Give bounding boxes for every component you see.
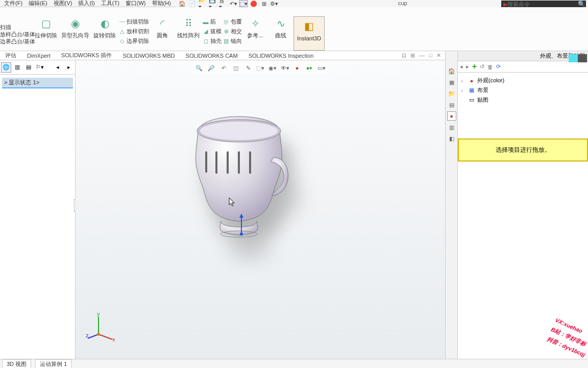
fillet-group[interactable]: ◜ 圆角 — [150, 16, 175, 51]
settings-icon[interactable]: ⚙▾ — [270, 0, 278, 7]
print-icon[interactable]: 🖨▾ — [219, 0, 227, 7]
appearance-tree-color[interactable]: ›●外观(color) — [461, 76, 585, 85]
tp-history-icon[interactable]: ↺ — [480, 63, 484, 70]
menu-file[interactable]: 文件(F) — [1, 0, 26, 8]
ref-geometry-group[interactable]: ✧ 参考... — [242, 16, 268, 51]
feature-tree[interactable]: > 显示状态 1> — [0, 75, 75, 91]
tp-design-library-icon[interactable]: ▦ — [447, 78, 456, 87]
tab-dimxpert[interactable]: DimXpert — [22, 52, 56, 60]
home-icon[interactable]: 🏠 — [178, 0, 186, 7]
viewport-minimize-icon[interactable]: — — [419, 52, 425, 59]
tp-file-explorer-icon[interactable]: 📁 — [447, 89, 456, 98]
ref-geometry-icon: ✧ — [247, 16, 263, 31]
mirror-button[interactable]: ▥镜向 — [222, 37, 242, 45]
view-orientation-icon[interactable]: ⬚▾ — [256, 63, 265, 73]
intersect-button[interactable]: ⊗相交 — [222, 27, 242, 36]
tab-inspection[interactable]: SOLIDWORKS Inspection — [243, 52, 320, 60]
menu-help[interactable]: 帮助(H) — [149, 0, 174, 8]
dynamic-annotation-icon[interactable]: ✎ — [243, 63, 253, 73]
search-input[interactable] — [507, 1, 578, 7]
tab-evaluate[interactable]: 评估 — [0, 51, 22, 60]
rib-icon: ▬ — [202, 18, 209, 26]
zoom-fit-icon[interactable]: 🔍 — [194, 63, 204, 73]
select-icon[interactable]: ⬚▾ — [239, 0, 248, 7]
tab-mbd[interactable]: SOLIDWORKS MBD — [117, 52, 180, 60]
tp-refresh-icon[interactable]: ⟳ — [496, 63, 501, 70]
viewport-maximize-icon[interactable]: □ — [429, 52, 432, 59]
appearance-tree[interactable]: ›●外观(color) ›▦布景 ▭贴图 — [458, 73, 588, 108]
rib-button[interactable]: ▬筋 — [202, 17, 222, 26]
open-icon[interactable]: 📂▾ — [199, 0, 207, 7]
apply-scene-icon[interactable]: ●▾ — [305, 63, 314, 73]
linear-pattern-group[interactable]: ⠿ 线性阵列 — [175, 16, 202, 51]
instant3d-button[interactable]: ◧ Instant3D — [293, 16, 325, 51]
menu-view[interactable]: 视图(V) — [51, 0, 76, 8]
boundary-cut-button[interactable]: ◇边界切除 — [118, 37, 150, 45]
prev-view-icon[interactable]: ↶ — [219, 63, 228, 73]
graphics-viewport[interactable]: 🔍 🔎 ↶ ◫ ✎ ⬚▾ ◉▾ 👁▾ ● ●▾ ▭▾ — [76, 60, 445, 359]
menu-insert[interactable]: 插入(I) — [75, 0, 97, 8]
tp-custom-props-icon[interactable]: ▥ — [447, 123, 456, 132]
viewport-window-controls: ⊡ ⊞ — □ ✕ — [402, 52, 445, 59]
edit-appearance-icon[interactable]: ● — [292, 63, 302, 73]
draft-button[interactable]: ◢拔模 — [202, 27, 222, 36]
property-manager-tab-icon[interactable]: ▥ — [12, 62, 22, 73]
tp-back-icon[interactable]: ◂ — [460, 63, 463, 70]
undo-icon[interactable]: ↶▾ — [229, 0, 237, 7]
tp-appearances-icon[interactable]: ● — [447, 111, 456, 121]
config-manager-tab-icon[interactable]: ▤ — [23, 62, 34, 73]
curves-group[interactable]: ∿ 曲线 — [268, 16, 293, 51]
viewport-close-icon[interactable]: ✕ — [436, 52, 441, 59]
menu-window[interactable]: 窗口(W) — [122, 0, 149, 8]
tp-view-palette-icon[interactable]: ▤ — [447, 100, 456, 109]
dimxpert-manager-tab-icon[interactable]: ⚐▾ — [35, 62, 45, 73]
tp-forward-icon[interactable]: ▸ — [466, 63, 469, 70]
task-pane: 🏠 ▦ 📁 ▤ ● ▥ ◧ 外观、布景和贴图 ◂ ▸ ✚ ↺ 🗑 ⟳ ›●外观(… — [445, 51, 588, 359]
revolve-cut-group[interactable]: ◐ 旋转切除 — [91, 16, 118, 51]
shell-button[interactable]: ◻抽壳 — [202, 37, 222, 45]
feature-tree-tab-icon[interactable]: 🌐 — [1, 62, 11, 73]
bottom-tab-3dview[interactable]: 3D 视图 — [2, 359, 31, 369]
zoom-area-icon[interactable]: 🔎 — [207, 63, 216, 73]
appearance-tree-scene[interactable]: ›▦布景 — [461, 85, 585, 95]
mouse-cursor-icon — [229, 197, 236, 206]
viewport-split-icon[interactable]: ⊞ — [410, 52, 415, 59]
view-settings-icon[interactable]: ▭▾ — [317, 63, 326, 73]
wrap-button[interactable]: ◎包覆 — [222, 17, 242, 26]
tab-cam[interactable]: SOLIDWORKS CAM — [181, 52, 243, 60]
menu-tools[interactable]: 工具(T) — [98, 0, 122, 8]
hole-wizard-group[interactable]: ◉ 异型孔向导 — [59, 16, 91, 51]
color-ball-icon: ● — [468, 77, 475, 84]
display-state-node[interactable]: > 显示状态 1> — [2, 78, 73, 88]
appearance-tree-decal[interactable]: ▭贴图 — [461, 95, 585, 105]
tree-nav-left-icon[interactable]: ◂ — [53, 62, 63, 73]
task-pane-tabs: 🏠 ▦ 📁 ▤ ● ▥ ◧ — [446, 51, 458, 359]
display-style-icon[interactable]: ◉▾ — [268, 63, 277, 73]
command-search[interactable]: ▶ 🔍 — [501, 1, 586, 8]
tab-plugins[interactable]: SOLIDWORKS 插件 — [56, 51, 118, 60]
tp-plus-icon[interactable]: ✚ — [472, 63, 477, 70]
bottom-tab-motion[interactable]: 运动算例 1 — [35, 359, 71, 369]
section-view-icon[interactable]: ◫ — [231, 63, 240, 73]
tp-resources-icon[interactable]: 🏠 — [447, 66, 456, 76]
hide-show-items-icon[interactable]: 👁▾ — [280, 63, 289, 73]
menu-edit[interactable]: 编辑(E) — [26, 0, 51, 8]
search-icon[interactable]: 🔍 — [578, 1, 585, 8]
tree-nav-right-icon[interactable]: ▸ — [64, 62, 74, 73]
curves-icon: ∿ — [273, 16, 289, 31]
instant3d-icon: ◧ — [301, 19, 317, 33]
extrude-cut-group[interactable]: ▢ 拉伸切除 — [33, 16, 59, 51]
loft-cut-button[interactable]: △放样切割 — [118, 27, 150, 36]
viewport-popup-icon[interactable]: ⊡ — [402, 52, 406, 59]
svg-text:x: x — [112, 336, 115, 342]
ribbon-left-labels: 扫描 放样凸台/基体 边界凸台/基体 — [0, 24, 31, 45]
save-icon[interactable]: 💾▾ — [209, 0, 217, 7]
tp-forum-icon[interactable]: ◧ — [447, 134, 456, 143]
rebuild-icon[interactable]: 🔴 — [250, 0, 258, 7]
new-doc-icon[interactable]: 📄 — [188, 0, 197, 7]
tp-delete-icon[interactable]: 🗑 — [487, 64, 493, 70]
options-icon[interactable]: ⊞ — [260, 0, 268, 7]
taskpane-corner-swatch[interactable] — [569, 54, 587, 62]
sweep-cut-button[interactable]: 〰扫描切除 — [118, 17, 150, 26]
cup-model[interactable] — [183, 111, 295, 244]
